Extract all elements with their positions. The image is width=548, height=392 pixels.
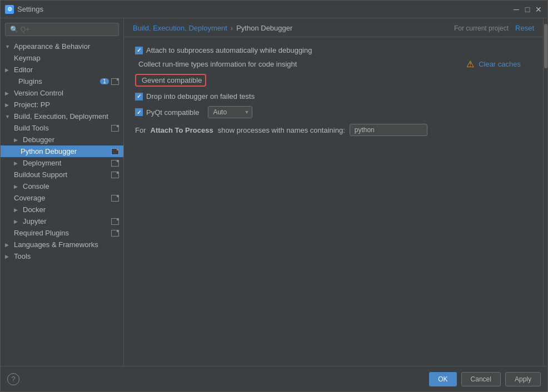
gevent-compatible-row: Gevent compatible [135,74,532,87]
warning-area: ⚠ Clear caches [466,59,521,69]
sidebar-item-required-plugins[interactable]: Required Plugins [1,227,123,239]
sidebar-item-console[interactable]: ▶ Console [1,180,123,192]
gevent-highlight-box: Gevent compatible [135,74,206,87]
bottom-right: OK Cancel Apply [429,372,541,386]
settings-panel: Attach to subprocess automatically while… [124,37,543,366]
maximize-button[interactable]: □ [523,5,532,14]
sidebar-item-version-control[interactable]: ▶ Version Control [1,87,123,99]
chevron-right-icon: ▶ [5,67,12,73]
window-icon: ⚙ [5,5,14,14]
bottom-left: ? [7,373,19,385]
chevron-right-icon: ▶ [5,102,12,108]
content-area: 🔍 ▼ Appearance & Behavior Keymap ▶ [1,18,547,366]
sidebar-item-editor[interactable]: ▶ Editor [1,64,123,76]
sidebar-item-languages-frameworks[interactable]: ▶ Languages & Frameworks [1,239,123,250]
cancel-button[interactable]: Cancel [461,372,501,386]
sidebar-item-label: Tools [14,252,31,260]
sidebar-item-deployment[interactable]: ▶ Deployment [1,157,123,169]
sidebar-item-label: Keymap [14,54,41,62]
clear-caches-button[interactable]: Clear caches [479,60,521,68]
sidebar-item-coverage[interactable]: Coverage [1,192,123,204]
page-icon [111,172,119,178]
attach-subprocess-label[interactable]: Attach to subprocess automatically while… [135,46,312,54]
for-current-project-label: For current project [454,24,509,32]
attach-subprocess-row: Attach to subprocess automatically while… [135,46,532,54]
title-bar: ⚙ Settings ─ □ ✕ [1,1,547,18]
sidebar-item-label: Build Tools [14,124,49,132]
minimize-button[interactable]: ─ [512,5,521,14]
sidebar-item-project-pp[interactable]: ▶ Project: PP [1,99,123,110]
sidebar-item-plugins[interactable]: Plugins 1 [1,76,123,87]
sidebar-item-debugger[interactable]: ▶ Debugger [1,134,123,145]
main-content: Build, Execution, Deployment › Python De… [124,18,543,366]
drop-into-debugger-checkbox[interactable] [135,93,143,100]
breadcrumb-parent[interactable]: Build, Execution, Deployment [133,24,227,32]
window-controls: ─ □ ✕ [512,5,543,14]
sidebar-item-label: Required Plugins [14,229,69,237]
sidebar-item-build-execution-deployment[interactable]: ▼ Build, Execution, Deployment [1,110,123,122]
sidebar-item-jupyter[interactable]: ▶ Jupyter [1,215,123,227]
ok-button[interactable]: OK [429,372,456,386]
sidebar-item-label: Deployment [23,159,61,167]
reset-button[interactable]: Reset [515,24,534,32]
plugins-badge: 1 [100,78,109,84]
chevron-right-icon: ▶ [14,184,21,189]
settings-window: ⚙ Settings ─ □ ✕ 🔍 ▼ Appearance & Behavi… [0,0,548,392]
sidebar-item-docker[interactable]: ▶ Docker [1,204,123,215]
sidebar-item-buildout-support[interactable]: Buildout Support [1,169,123,180]
page-icon [111,218,119,225]
sidebar-item-label: Version Control [14,89,63,97]
gevent-compatible-label[interactable]: Gevent compatible [142,76,202,84]
apply-button[interactable]: Apply [505,372,541,386]
search-input[interactable] [21,26,114,33]
sidebar-tree: ▼ Appearance & Behavior Keymap ▶ Editor [1,41,123,366]
pyqt-dropdown[interactable]: Auto On Off [208,106,252,118]
sidebar-item-label: Build, Execution, Deployment [14,112,108,120]
chevron-right-icon: ▶ [5,91,12,96]
page-icon [111,160,119,167]
chevron-right-icon: ▶ [14,160,21,166]
scrollbar[interactable] [543,18,547,366]
attach-subprocess-checkbox[interactable] [135,47,143,54]
sidebar-item-python-debugger[interactable]: Python Debugger [1,145,123,157]
page-icon [111,78,119,85]
bottom-bar: ? OK Cancel Apply [1,366,547,391]
warning-icon: ⚠ [466,59,474,69]
sidebar-item-keymap[interactable]: Keymap [1,52,123,64]
pyqt-dropdown-container: Auto On Off [208,106,252,118]
sidebar-item-label: Docker [23,205,46,214]
sidebar-item-tools[interactable]: ▶ Tools [1,250,123,262]
scrollbar-thumb[interactable] [544,24,547,68]
drop-into-debugger-label[interactable]: Drop into debugger on failed tests [135,92,255,100]
page-icon [111,125,119,132]
page-icon [111,195,119,202]
chevron-right-icon: ▶ [14,137,21,143]
collect-runtime-label[interactable]: Collect run-time types information for c… [135,60,297,68]
sidebar-item-label: Appearance & Behavior [14,42,90,51]
chevron-right-icon: ▶ [14,207,21,213]
pyqt-compatible-label[interactable]: PyQt compatible [135,108,199,117]
drop-into-debugger-row: Drop into debugger on failed tests [135,92,532,100]
sidebar-item-label: Debugger [23,135,54,144]
sidebar-item-build-tools[interactable]: Build Tools [1,122,123,134]
breadcrumb-bar: Build, Execution, Deployment › Python De… [124,18,543,37]
pyqt-compatible-checkbox[interactable] [135,108,143,116]
sidebar-item-appearance-behavior[interactable]: ▼ Appearance & Behavior [1,41,123,52]
attach-process-input[interactable] [350,124,427,136]
collect-runtime-row: Collect run-time types information for c… [135,60,532,68]
search-icon: 🔍 [10,26,18,33]
sidebar-item-label: Python Debugger [21,147,77,155]
chevron-right-icon: ▶ [5,242,12,248]
breadcrumb-right: For current project Reset [454,24,534,32]
pyqt-compatible-row: PyQt compatible Auto On Off [135,106,532,118]
sidebar-item-label: Jupyter [23,217,47,225]
close-button[interactable]: ✕ [534,5,543,14]
sidebar-item-label: Editor [14,66,33,74]
breadcrumb-separator: › [231,24,233,32]
page-icon [111,230,119,237]
sidebar-item-label: Project: PP [14,100,50,109]
search-box[interactable]: 🔍 [5,23,119,36]
help-button[interactable]: ? [7,373,19,385]
window-title: Settings [17,5,512,13]
sidebar-item-label: Buildout Support [14,170,67,179]
